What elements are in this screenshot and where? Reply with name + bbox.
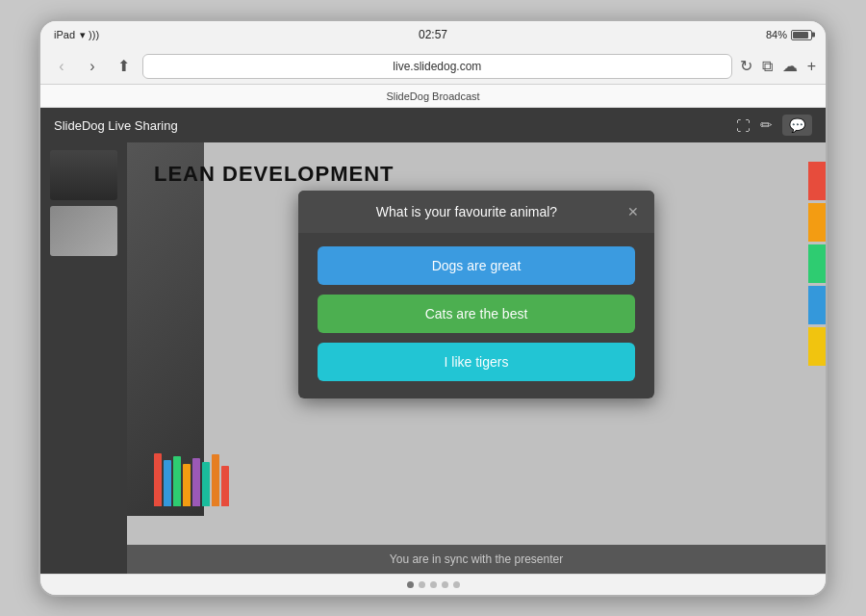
thumbnail-item[interactable]: [50, 206, 117, 256]
thumbnail-item[interactable]: [50, 150, 117, 200]
status-bar: iPad ▾ ))) 02:57 84%: [40, 21, 826, 48]
status-left: iPad ▾ ))): [54, 29, 99, 41]
bookmark-strip: [808, 162, 826, 366]
book: [212, 454, 219, 506]
main-content-area: LEAN DEVELOPMENT: [40, 142, 826, 574]
share-button[interactable]: ⬆: [112, 55, 135, 78]
book: [183, 464, 191, 506]
pagination-bar: [40, 574, 826, 595]
page-dot-5[interactable]: [453, 581, 460, 588]
reload-icon[interactable]: ↻: [740, 57, 752, 75]
book: [173, 456, 181, 506]
poll-option-dogs[interactable]: Dogs are great: [318, 246, 635, 285]
cloud-icon[interactable]: ☁: [782, 57, 798, 75]
book: [154, 453, 162, 506]
wifi-icon: ▾ ))): [80, 29, 99, 41]
ipad-label: iPad: [54, 29, 75, 40]
back-button[interactable]: ‹: [50, 55, 73, 78]
chat-button[interactable]: 💬: [782, 115, 812, 136]
slide-area: LEAN DEVELOPMENT: [127, 142, 826, 574]
page-dot-1[interactable]: [407, 581, 414, 588]
page-dot-2[interactable]: [419, 581, 425, 588]
slidedog-header-icons: ⛶ ✏ 💬: [736, 115, 812, 136]
page-dot-4[interactable]: [442, 581, 448, 588]
bookmark-orange: [808, 203, 826, 242]
bookmark-red: [808, 162, 826, 200]
page-dot-3[interactable]: [430, 581, 437, 588]
expand-icon[interactable]: ⛶: [736, 117, 751, 134]
battery-pct: 84%: [766, 29, 787, 40]
poll-close-button[interactable]: ✕: [627, 204, 639, 219]
sync-footer: You are in sync with the presenter: [127, 545, 826, 574]
slide-content: LEAN DEVELOPMENT: [127, 142, 826, 574]
browser-nav-bar: ‹ › ⬆ live.slidedog.com ↻ ⧉ ☁ +: [40, 48, 826, 85]
edit-icon[interactable]: ✏: [760, 116, 773, 134]
address-bar[interactable]: live.slidedog.com: [142, 54, 732, 79]
book: [164, 460, 171, 506]
poll-modal: What is your favourite animal? ✕ Dogs ar…: [298, 191, 654, 398]
books-area: [154, 449, 229, 506]
book: [192, 458, 200, 506]
poll-question: What is your favourite animal?: [314, 204, 620, 219]
slidedog-header: SlideDog Live Sharing ⛶ ✏ 💬: [40, 108, 826, 142]
bookmark-yellow: [808, 327, 826, 366]
slide-title: LEAN DEVELOPMENT: [154, 162, 394, 187]
forward-button[interactable]: ›: [81, 55, 104, 78]
bookmark-blue: [808, 286, 826, 324]
poll-header: What is your favourite animal? ✕: [298, 191, 654, 233]
slide-background: LEAN DEVELOPMENT: [127, 142, 826, 545]
new-tab-button[interactable]: +: [807, 58, 816, 75]
browser-action-icons: ↻ ⧉ ☁ +: [740, 57, 816, 75]
thumbnail-strip: [40, 142, 127, 574]
url-text: live.slidedog.com: [393, 60, 481, 73]
slidedog-header-title: SlideDog Live Sharing: [54, 118, 178, 133]
presentation-slide: LEAN DEVELOPMENT: [127, 142, 826, 545]
poll-option-cats[interactable]: Cats are the best: [318, 295, 635, 333]
battery-icon: [791, 30, 812, 40]
poll-option-tigers[interactable]: I like tigers: [318, 343, 635, 381]
book: [202, 462, 210, 506]
time-display: 02:57: [419, 28, 447, 41]
bookmark-green: [808, 244, 826, 283]
browser-title-bar: SlideDog Broadcast: [40, 85, 826, 108]
status-right: 84%: [766, 29, 812, 40]
sync-text: You are in sync with the presenter: [390, 552, 563, 566]
page-title: SlideDog Broadcast: [386, 90, 479, 102]
book: [221, 466, 229, 506]
ipad-frame: iPad ▾ ))) 02:57 84% ‹ › ⬆ live.slidedog…: [38, 19, 828, 597]
tabs-icon[interactable]: ⧉: [762, 58, 773, 75]
poll-options: Dogs are great Cats are the best I like …: [298, 233, 654, 398]
